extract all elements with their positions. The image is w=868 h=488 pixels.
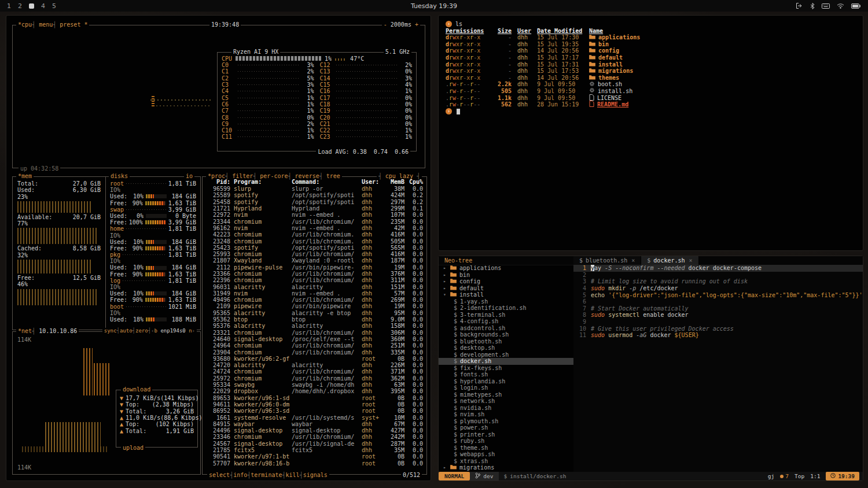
per-core-toggle[interactable]: per-core bbox=[260, 173, 288, 179]
menu-button[interactable]: menu bbox=[39, 21, 53, 28]
process-row[interactable]: 96162nvimnvim --embed .dhh42M0.0 bbox=[203, 225, 426, 231]
tree-item-migrations[interactable]: ▸migrations bbox=[439, 464, 573, 471]
tab-close-icon[interactable]: × bbox=[631, 257, 635, 264]
process-row[interactable]: 25589spotify/opt/spotify/spotidhh424M0.2 bbox=[203, 192, 426, 198]
tree-item-plymouth.sh[interactable]: $plymouth.sh bbox=[439, 418, 573, 425]
process-row[interactable]: 23321chromium/usr/lib/chromium/dhh306M0.… bbox=[203, 330, 426, 336]
tree-item-docker.sh[interactable]: $docker.sh bbox=[439, 358, 573, 365]
process-row[interactable]: 42223chromium/usr/lib/chromium.dhh416M0.… bbox=[203, 231, 426, 238]
process-row[interactable]: 31949nvimnvim --embed .dhh57M0.0 bbox=[203, 290, 426, 297]
net-zero-toggle[interactable]: zero bbox=[135, 328, 148, 334]
tree-item-ruby.sh[interactable]: $ruby.sh bbox=[439, 438, 573, 445]
tree-item-install[interactable]: ▾install bbox=[439, 291, 573, 298]
process-row[interactable]: 25458spotify/opt/spotify/spotidhh297M0.2 bbox=[203, 199, 426, 205]
tree-item-development.sh[interactable]: $development.sh bbox=[439, 352, 573, 358]
process-row[interactable]: 22029dropbox/home/dhh/.dropboxdhh395M0.0 bbox=[203, 388, 426, 394]
tree-item-fonts.sh[interactable]: $fonts.sh bbox=[439, 371, 573, 378]
tree-item-nvidia.sh[interactable]: $nvidia.sh bbox=[439, 405, 573, 412]
process-row[interactable]: 23366chromium/usr/lib/chromium/dhh376M0.… bbox=[203, 271, 426, 277]
tree-item-nvim.sh[interactable]: $nvim.sh bbox=[439, 411, 573, 418]
editor-line-7[interactable]: 7# Start Docker automatically bbox=[573, 305, 863, 312]
proc-header-program[interactable]: Program: bbox=[234, 179, 292, 185]
process-row[interactable]: 94611kworker/u96:0-dmroot0B0.0 bbox=[203, 401, 426, 408]
editor-line-11[interactable]: 11sudo usermod -aG docker ${USER} bbox=[573, 332, 863, 339]
net-auto-toggle[interactable]: auto bbox=[120, 328, 133, 334]
tab-docker.sh[interactable]: $docker.sh× bbox=[641, 256, 698, 265]
process-row[interactable]: 2112pipewire-pulse/usr/bin/pipewire-dhh1… bbox=[203, 264, 426, 271]
process-row[interactable]: 23344chromium/usr/lib/chromium/dhh235M0.… bbox=[203, 218, 426, 224]
editor-line-10[interactable]: 10# Give this user privileged Docker acc… bbox=[573, 325, 863, 332]
editor-line-3[interactable]: 3# Limit log size to avoid running out o… bbox=[573, 278, 863, 285]
editor-line-5[interactable]: 5echo '{"log-driver":"json-file","log-op… bbox=[573, 291, 863, 298]
process-row[interactable]: 90541kworker/u97:1-btroot0B0.0 bbox=[203, 453, 426, 460]
process-row[interactable]: 24724chromium/usr/lib/chromium/dhh371M0.… bbox=[203, 368, 426, 375]
process-row[interactable]: 23346chromium/usr/lib/chromium/dhh242M0.… bbox=[203, 434, 426, 440]
process-row[interactable]: 24567signal-desktop/usr/lib/signal-dedhh… bbox=[203, 441, 426, 447]
process-row[interactable]: 89653kworker/u96:1-sdroot0B0.0 bbox=[203, 395, 426, 401]
editor-line-8[interactable]: 8sudo systemctl enable docker bbox=[573, 312, 863, 319]
process-row[interactable]: 93680kworker/u96:2-gfroot0B0.0 bbox=[203, 356, 426, 362]
proc-header-memb[interactable]: MemB bbox=[382, 179, 404, 185]
process-row[interactable]: 24640signal-desktop/proc/self/exe --tdhh… bbox=[203, 336, 426, 342]
proc-action-signals[interactable]: signals bbox=[303, 472, 328, 478]
proc-header-cpu[interactable]: Cpu% bbox=[404, 179, 423, 185]
process-row[interactable]: 86952kworker/u96:3-sdroot0B0.0 bbox=[203, 408, 426, 414]
tree-item-bin[interactable]: ▸bin bbox=[439, 272, 573, 279]
tree-item-config[interactable]: ▸config bbox=[439, 278, 573, 285]
preset-button[interactable]: preset * bbox=[60, 21, 87, 28]
proc-action-info[interactable]: info bbox=[233, 472, 247, 478]
prompt-line-empty[interactable]: › bbox=[446, 108, 856, 115]
wifi-icon[interactable] bbox=[837, 3, 844, 9]
interval-minus-button[interactable]: - bbox=[384, 21, 387, 28]
tree-toggle[interactable]: tree bbox=[326, 173, 340, 179]
process-row[interactable]: 23248chromium/usr/lib/chromium.dhh505M0.… bbox=[203, 238, 426, 244]
tree-item-hyprlandia.sh[interactable]: $hyprlandia.sh bbox=[439, 378, 573, 385]
process-row[interactable]: 22396chromium/usr/lib/chromium/dhh311M0.… bbox=[203, 277, 426, 283]
tree-item-webapps.sh[interactable]: $webapps.sh bbox=[439, 451, 573, 458]
process-row[interactable]: 84915waybarwaybardhh67M0.0 bbox=[203, 421, 426, 427]
tree-item-2-identification.sh[interactable]: $2-identification.sh bbox=[439, 305, 573, 312]
process-row[interactable]: 25972chromium/usr/lib/chromium/dhh362M0.… bbox=[203, 375, 426, 382]
proc-header-user[interactable]: User: bbox=[362, 179, 382, 185]
editor-line-1[interactable]: 1yay -S --noconfirm --needed docker dock… bbox=[573, 265, 863, 272]
process-row[interactable]: 95362btopbtopdhh9.0M0.0 bbox=[203, 316, 426, 323]
process-row[interactable]: 21721HyprlandHyprlanddhh299M0.1 bbox=[203, 205, 426, 212]
process-row[interactable]: 1661systemd-resolve/usr/lib/systemd/ssys… bbox=[203, 414, 426, 420]
net-iface-prev-button[interactable]: b bbox=[155, 328, 157, 334]
process-row[interactable]: 2109pipewire/usr/bin/pipewiredhh19M0.0 bbox=[203, 303, 426, 309]
interval-plus-button[interactable]: + bbox=[415, 21, 418, 28]
process-row[interactable]: 21785fcitx5fcitx5dhh35M0.0 bbox=[203, 447, 426, 453]
tree-item-network.sh[interactable]: $network.sh bbox=[439, 398, 573, 405]
process-row[interactable]: 25993chromium/usr/lib/chromium/dhh416M0.… bbox=[203, 251, 426, 257]
tree-item-xtras.sh[interactable]: $xtras.sh bbox=[439, 458, 573, 465]
process-row[interactable]: 95365alacrittyalacritty -e btopdhh95M0.0 bbox=[203, 310, 426, 316]
proc-header-command[interactable]: Command: bbox=[292, 179, 362, 185]
tree-item-backgrounds.sh[interactable]: $backgrounds.sh bbox=[439, 331, 573, 338]
process-row[interactable]: 95334swaybgswaybg -i /home/dhdhh63M0.0 bbox=[203, 382, 426, 388]
tab-bluetooth.sh[interactable]: $bluetooth.sh× bbox=[573, 256, 641, 265]
logout-icon[interactable] bbox=[796, 3, 803, 9]
tree-item-printer.sh[interactable]: $printer.sh bbox=[439, 431, 573, 438]
net-sync-toggle[interactable]: sync bbox=[104, 328, 117, 334]
filter-button[interactable]: filter bbox=[232, 173, 253, 179]
tree-item-fix-fkeys.sh[interactable]: $fix-fkeys.sh bbox=[439, 365, 573, 372]
tree-item-theme.sh[interactable]: $theme.sh bbox=[439, 445, 573, 452]
proc-action-select[interactable]: select bbox=[209, 472, 230, 478]
process-row[interactable]: 24496signal-desktopsignal-desktopdhh427M… bbox=[203, 427, 426, 434]
reverse-toggle[interactable]: reverse bbox=[295, 173, 319, 179]
process-row[interactable]: 22972nvimnvim --embed .dhh107M0.0 bbox=[203, 212, 426, 218]
process-row[interactable]: 49496chromium/usr/lib/chromium/dhh269M0.… bbox=[203, 297, 426, 303]
tree-item-4-config.sh[interactable]: $4-config.sh bbox=[439, 318, 573, 325]
process-row[interactable]: 21807XwaylandXwayland :0 -rootldhh187M0.… bbox=[203, 257, 426, 264]
editor-line-6[interactable]: 6 bbox=[573, 298, 863, 305]
battery-icon[interactable] bbox=[851, 3, 861, 9]
tree-item-bluetooth.sh[interactable]: $bluetooth.sh bbox=[439, 338, 573, 345]
keyboard-icon[interactable] bbox=[822, 3, 830, 9]
tree-item-asdcontrol.sh[interactable]: $asdcontrol.sh bbox=[439, 325, 573, 332]
process-row[interactable]: 25423spotify/opt/spotify/spotidhh565M0.0 bbox=[203, 245, 426, 251]
editor-line-4[interactable]: 4sudo mkdir -p /etc/docker bbox=[573, 285, 863, 292]
tree-item-applications[interactable]: ▸applications bbox=[439, 265, 573, 272]
process-row[interactable]: 24964chromium/usr/lib/chromium/dhh251M0.… bbox=[203, 342, 426, 349]
tree-item-default[interactable]: ▸default bbox=[439, 285, 573, 292]
tree-item-desktop.sh[interactable]: $desktop.sh bbox=[439, 345, 573, 352]
